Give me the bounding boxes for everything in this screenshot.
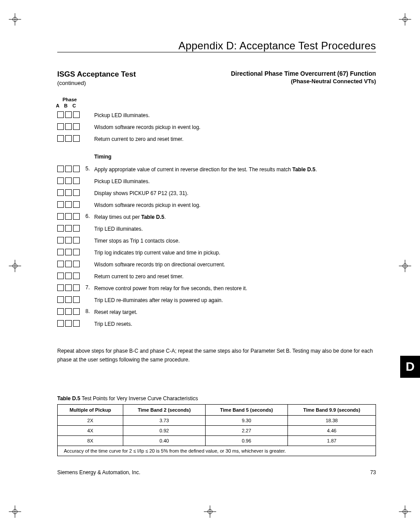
phase-checkboxes (57, 123, 85, 130)
step-number: 8. (85, 308, 94, 314)
section-header: ISGS Acceptance Test (continued) Directi… (57, 70, 376, 86)
step-text: Trip LED illuminates. (94, 225, 376, 233)
checkbox-a[interactable] (57, 249, 64, 255)
checkbox-b[interactable] (65, 123, 72, 130)
function-subtitle: (Phase-Neutral Connected VTs) (231, 78, 376, 85)
checkbox-a[interactable] (57, 166, 64, 172)
phase-checkboxes (57, 213, 85, 220)
table-note-cell: Accuracy of the time curve for 2 ≤ I/Ip … (58, 446, 376, 456)
checkbox-b[interactable] (65, 296, 72, 303)
table-header-cell: Time Band 2 (seconds) (123, 404, 206, 415)
table-header-cell: Multiple of Pickup (58, 404, 123, 415)
checkbox-a[interactable] (57, 296, 64, 303)
checkbox-a[interactable] (57, 135, 64, 142)
checkbox-b[interactable] (65, 166, 72, 172)
checkbox-c[interactable] (73, 273, 80, 279)
checkbox-b[interactable] (65, 135, 72, 142)
checkbox-c[interactable] (73, 166, 80, 172)
checkbox-c[interactable] (73, 135, 80, 142)
checklist-row: Trip LED resets. (57, 320, 376, 332)
checkbox-c[interactable] (73, 308, 80, 315)
checkbox-c[interactable] (73, 237, 80, 243)
checkbox-b[interactable] (65, 189, 72, 196)
checkbox-c[interactable] (73, 189, 80, 196)
checkbox-c[interactable] (73, 111, 80, 118)
checkbox-a[interactable] (57, 308, 64, 315)
step-text: Timer stops as Trip 1 contacts close. (94, 236, 376, 245)
checklist-block-2: 5.Apply appropriate value of current in … (57, 165, 376, 332)
table-cell: 2X (58, 415, 123, 425)
table-caption-text: Test Points for Very Inverse Curve Chara… (80, 395, 198, 402)
step-text: Relay times out per Table D.5. (94, 213, 376, 221)
checkbox-a[interactable] (57, 213, 64, 220)
checkbox-c[interactable] (73, 177, 80, 184)
step-text: Reset relay target. (94, 308, 376, 316)
checkbox-a[interactable] (57, 225, 64, 232)
step-number (85, 260, 94, 261)
checklist-row: Return current to zero and reset timer. (57, 272, 376, 284)
step-text: Trip LED re-illuminates after relay is p… (94, 296, 376, 304)
checklist-row: Pickup LED illuminates. (57, 111, 376, 123)
checkbox-a[interactable] (57, 237, 64, 243)
repeat-note: Repeat above steps for phase B-C and pha… (57, 347, 376, 365)
checkbox-b[interactable] (65, 320, 72, 327)
checkbox-a[interactable] (57, 177, 64, 184)
step-number (85, 248, 94, 249)
checkbox-c[interactable] (73, 296, 80, 303)
step-text: Remove control power from relay for five… (94, 284, 376, 292)
checklist-row: Timer stops as Trip 1 contacts close. (57, 236, 376, 248)
checkbox-b[interactable] (65, 308, 72, 315)
checkbox-b[interactable] (65, 213, 72, 220)
step-number: 7. (85, 284, 94, 291)
checkbox-a[interactable] (57, 189, 64, 196)
checkbox-a[interactable] (57, 320, 64, 327)
phase-checkboxes (57, 111, 85, 118)
checkbox-b[interactable] (65, 225, 72, 232)
phase-checkboxes (57, 201, 85, 208)
table-cell: 18.38 (287, 415, 376, 425)
checkbox-b[interactable] (65, 201, 72, 208)
checkbox-c[interactable] (73, 213, 80, 220)
checkbox-c[interactable] (73, 261, 80, 267)
checkbox-a[interactable] (57, 284, 64, 291)
phase-checkboxes (57, 260, 85, 267)
phase-checkboxes (57, 272, 85, 279)
checkbox-c[interactable] (73, 225, 80, 232)
table-note-row: Accuracy of the time curve for 2 ≤ I/Ip … (58, 446, 376, 456)
checkbox-a[interactable] (57, 261, 64, 267)
table-row: 2X3.739.3018.38 (58, 415, 376, 425)
checkbox-b[interactable] (65, 111, 72, 118)
table-cell: 0.96 (205, 435, 287, 446)
timing-header: Timing (94, 154, 376, 160)
checkbox-b[interactable] (65, 261, 72, 267)
checklist-row: 8.Reset relay target. (57, 308, 376, 320)
checklist-row: Trip LED illuminates. (57, 225, 376, 236)
step-number: 6. (85, 213, 94, 219)
checkbox-c[interactable] (73, 320, 80, 327)
checkbox-c[interactable] (73, 284, 80, 291)
checklist-row: Display shows PICKUP 67 P12 (23, 31). (57, 189, 376, 201)
checkbox-a[interactable] (57, 201, 64, 208)
checkbox-a[interactable] (57, 111, 64, 118)
checkbox-b[interactable] (65, 273, 72, 279)
checkbox-b[interactable] (65, 249, 72, 255)
checkbox-c[interactable] (73, 123, 80, 130)
step-number (85, 296, 94, 296)
checkbox-c[interactable] (73, 201, 80, 208)
checkbox-c[interactable] (73, 249, 80, 255)
step-number (85, 320, 94, 320)
page-content: Appendix D: Acceptance Test Procedures I… (0, 0, 420, 489)
checkbox-b[interactable] (65, 284, 72, 291)
test-points-table: Multiple of PickupTime Band 2 (seconds)T… (57, 404, 376, 456)
checklist-block-1: Pickup LED illuminates.Wisdom software r… (57, 111, 376, 147)
phase-checkboxes (57, 320, 85, 327)
step-text: Return current to zero and reset timer. (94, 135, 376, 143)
table-cell: 0.40 (123, 435, 206, 446)
table-header-cell: Time Band 5 (seconds) (205, 404, 287, 415)
checkbox-b[interactable] (65, 177, 72, 184)
checkbox-b[interactable] (65, 237, 72, 243)
checkbox-a[interactable] (57, 123, 64, 130)
checkbox-a[interactable] (57, 273, 64, 279)
step-text: Return current to zero and reset timer. (94, 272, 376, 280)
step-text: Pickup LED illuminates. (94, 177, 376, 185)
